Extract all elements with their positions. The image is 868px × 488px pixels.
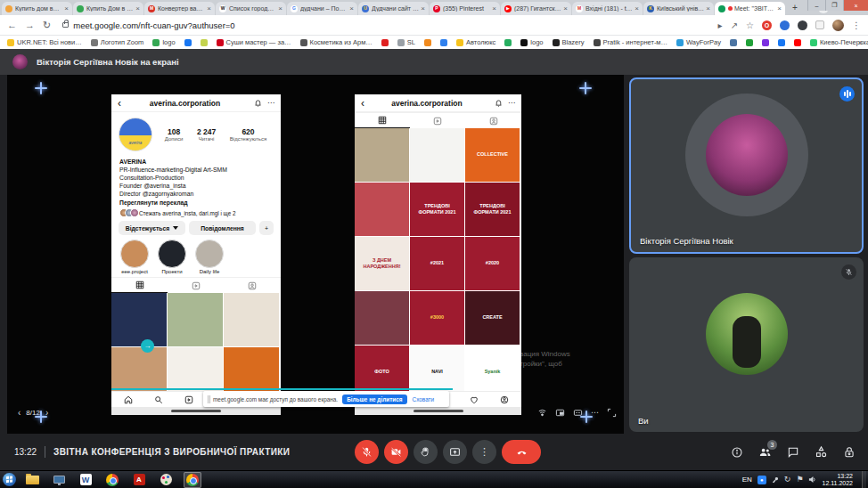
host-controls-icon[interactable] bbox=[843, 446, 856, 459]
bookmark-item[interactable]: Суши мастер — за… bbox=[217, 38, 291, 46]
bookmark-item[interactable]: Pratik - интернет-м… bbox=[594, 38, 668, 46]
suggest-accounts-icon[interactable]: + bbox=[259, 221, 274, 235]
bookmark-item[interactable] bbox=[746, 39, 753, 46]
search-icon[interactable] bbox=[154, 395, 163, 404]
highlight-item[interactable]: Daily life bbox=[195, 240, 224, 274]
tab-close-icon[interactable]: × bbox=[635, 4, 639, 12]
fullscreen-icon[interactable] bbox=[607, 408, 617, 418]
profile-avatar[interactable] bbox=[832, 20, 844, 31]
browser-tab[interactable]: M Конвертер вал… × bbox=[144, 2, 215, 15]
tab-close-icon[interactable]: × bbox=[777, 4, 782, 12]
cast-icon[interactable] bbox=[537, 408, 547, 418]
bookmark-item[interactable]: SL bbox=[397, 38, 415, 46]
post-thumbnail[interactable]: #3000 bbox=[410, 291, 464, 345]
info-icon[interactable] bbox=[731, 446, 743, 459]
people-icon[interactable]: 3 bbox=[758, 445, 772, 459]
bookmark-item[interactable]: logo bbox=[152, 38, 175, 46]
previous-page-icon[interactable]: ‹ bbox=[18, 408, 20, 418]
acrobat-icon[interactable]: A bbox=[130, 472, 148, 488]
grid-tab[interactable] bbox=[111, 278, 168, 293]
url-box[interactable]: meet.google.com/nft-cuan-guv?authuser=0 bbox=[62, 20, 234, 30]
likes-icon[interactable] bbox=[470, 395, 479, 404]
bookmark-item[interactable]: Логотип Zoom bbox=[91, 38, 144, 46]
browser-tab[interactable]: M Вхідні (181) - t.u… × bbox=[572, 2, 643, 15]
message-button[interactable]: Повідомлення bbox=[189, 221, 256, 235]
messenger-tray-icon[interactable]: ● bbox=[757, 476, 766, 484]
explorer-icon[interactable] bbox=[23, 472, 41, 488]
chat-icon[interactable] bbox=[787, 446, 799, 459]
post-thumbnail[interactable] bbox=[168, 347, 223, 391]
media-indicator-icon[interactable]: ▸ bbox=[718, 20, 723, 30]
profile-icon[interactable] bbox=[500, 395, 509, 404]
shared-screen-stage[interactable]: ‹ averina.corporation ⋯ averina 108 Допи… bbox=[7, 75, 624, 434]
participant-tile-self[interactable]: Ви bbox=[629, 257, 864, 432]
browser-menu-icon[interactable]: ⋮ bbox=[852, 20, 861, 30]
back-icon[interactable]: ← bbox=[7, 20, 17, 30]
post-thumbnail[interactable]: З ДНЕМ НАРОДЖЕННЯ! bbox=[355, 237, 409, 290]
post-thumbnail[interactable] bbox=[355, 183, 409, 236]
browser-tab[interactable]: K Київський уніве… × bbox=[643, 2, 714, 15]
camera-off-button[interactable] bbox=[384, 440, 408, 464]
extension-light-icon[interactable] bbox=[815, 20, 824, 29]
end-call-button[interactable] bbox=[502, 440, 541, 464]
volume-tray-icon[interactable] bbox=[808, 476, 816, 484]
window-close-button[interactable]: × bbox=[843, 0, 868, 11]
post-thumbnail[interactable] bbox=[224, 293, 279, 346]
post-thumbnail[interactable] bbox=[111, 293, 167, 346]
post-thumbnail[interactable] bbox=[410, 128, 464, 182]
word-icon[interactable]: W bbox=[77, 472, 94, 488]
post-thumbnail[interactable] bbox=[224, 347, 279, 391]
window-minimize-button[interactable]: – bbox=[807, 0, 825, 11]
highlight-item[interactable]: eee.project bbox=[120, 240, 149, 274]
bookmark-item[interactable]: Косметика из Арм… bbox=[300, 38, 373, 46]
drag-grip-icon[interactable] bbox=[208, 395, 209, 403]
tab-close-icon[interactable]: × bbox=[207, 4, 211, 12]
bookmark-item[interactable]: logo bbox=[520, 38, 543, 46]
tab-close-icon[interactable]: × bbox=[563, 4, 568, 12]
browser-tab[interactable]: Meet: "ЗВІТ… × bbox=[715, 2, 785, 15]
tab-close-icon[interactable]: × bbox=[135, 4, 140, 12]
bookmark-item[interactable] bbox=[730, 39, 737, 46]
bookmark-item[interactable] bbox=[504, 39, 512, 46]
activities-icon[interactable] bbox=[815, 445, 828, 459]
tagged-tab[interactable] bbox=[225, 278, 281, 293]
chrome-icon[interactable] bbox=[103, 472, 121, 488]
tab-close-icon[interactable]: × bbox=[278, 4, 283, 12]
paint-icon[interactable] bbox=[157, 472, 175, 488]
sync-tray-icon[interactable]: ↻ bbox=[784, 476, 791, 484]
post-thumbnail[interactable]: #2021 bbox=[410, 237, 464, 290]
language-indicator[interactable]: EN bbox=[742, 476, 752, 484]
tab-close-icon[interactable]: × bbox=[706, 4, 710, 12]
reels-tab[interactable] bbox=[410, 113, 465, 128]
browser-tab[interactable]: U Дудчани сайт с… × bbox=[358, 2, 429, 15]
post-thumbnail[interactable]: ФОТО bbox=[355, 346, 409, 391]
mic-off-button[interactable] bbox=[355, 440, 379, 464]
window-maximize-button[interactable]: ❐ bbox=[825, 0, 843, 11]
bookmark-item[interactable] bbox=[440, 39, 447, 46]
bookmark-item[interactable] bbox=[762, 39, 769, 46]
post-thumbnail[interactable]: ТРЕНДОВІ ФОРМАТИ 2021 bbox=[465, 183, 520, 236]
stop-sharing-button[interactable]: Більше не ділитися bbox=[342, 394, 406, 404]
bookmark-item[interactable]: Автолюкс bbox=[456, 38, 495, 46]
display-settings-icon[interactable] bbox=[50, 472, 68, 488]
tab-close-icon[interactable]: × bbox=[64, 4, 69, 12]
post-thumbnail[interactable]: CREATE bbox=[465, 291, 520, 345]
extension-red-icon[interactable]: O bbox=[762, 20, 772, 30]
tools-tray-icon[interactable] bbox=[772, 476, 779, 484]
browser-tab[interactable]: P (355) Pinterest × bbox=[430, 2, 500, 15]
tab-close-icon[interactable]: × bbox=[421, 4, 425, 12]
post-thumbnail[interactable]: #2020 bbox=[465, 237, 520, 290]
bookmark-star-icon[interactable]: ☆ bbox=[746, 20, 754, 30]
bookmark-item[interactable]: WayForPay bbox=[676, 38, 721, 46]
browser-tab[interactable]: G дудчани – Пошу… × bbox=[287, 2, 357, 15]
browser-tab[interactable]: Купить Дом в Ф… × bbox=[73, 2, 143, 15]
post-thumbnail[interactable]: ТРЕНДОВІ ФОРМАТИ 2021 bbox=[410, 183, 464, 236]
post-thumbnail[interactable] bbox=[355, 291, 409, 345]
picture-in-picture-icon[interactable] bbox=[555, 408, 565, 418]
bookmark-item[interactable] bbox=[381, 39, 389, 46]
chrome-active-icon[interactable] bbox=[184, 472, 201, 488]
post-thumbnail[interactable]: NAVI bbox=[410, 346, 464, 391]
browser-tab[interactable]: Купить дом в… × bbox=[2, 2, 72, 15]
bookmark-item[interactable] bbox=[424, 39, 431, 46]
extension-dark-icon[interactable] bbox=[798, 20, 807, 30]
